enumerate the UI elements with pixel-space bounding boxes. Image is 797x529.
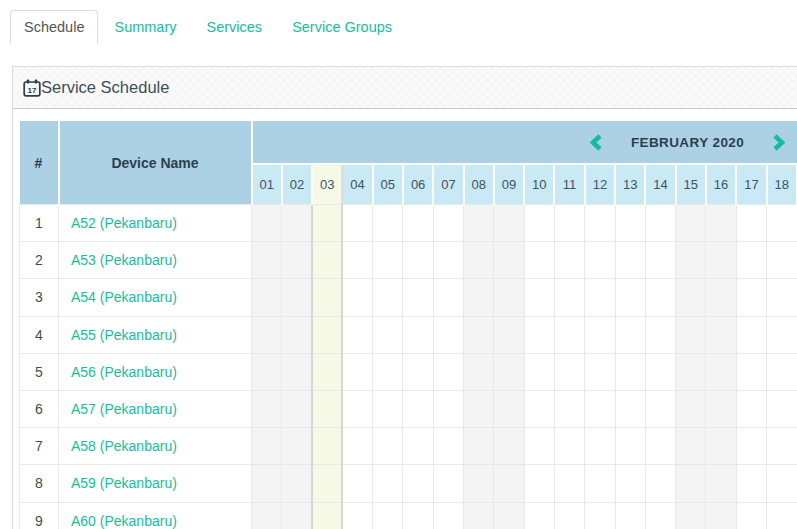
day-cell xyxy=(524,465,554,502)
day-cell xyxy=(494,502,524,529)
schedule-body: 1A52 (Pekanbaru)2A53 (Pekanbaru)3A54 (Pe… xyxy=(20,205,797,529)
service-schedule-panel: 17 Service Schedule # Device Name xyxy=(12,66,797,529)
row-index: 8 xyxy=(20,465,59,502)
day-cell xyxy=(342,428,372,465)
day-header-06: 06 xyxy=(403,164,433,205)
day-cell xyxy=(342,242,372,279)
day-cell xyxy=(252,428,282,465)
day-cell xyxy=(645,428,675,465)
day-cell xyxy=(494,353,524,390)
day-cell xyxy=(706,316,736,353)
day-cell xyxy=(403,390,433,427)
day-cell xyxy=(645,205,675,242)
day-header-02: 02 xyxy=(282,164,312,205)
day-cell xyxy=(252,465,282,502)
device-link[interactable]: A54 (Pekanbaru) xyxy=(71,289,177,305)
day-cell xyxy=(524,279,554,316)
table-row: 1A52 (Pekanbaru) xyxy=(20,205,797,242)
day-cell xyxy=(433,428,463,465)
day-cell xyxy=(615,205,645,242)
day-cell xyxy=(524,428,554,465)
device-link[interactable]: A60 (Pekanbaru) xyxy=(71,513,177,529)
day-header-16: 16 xyxy=(706,164,736,205)
device-link[interactable]: A52 (Pekanbaru) xyxy=(71,215,177,231)
day-cell xyxy=(373,502,403,529)
month-label: FEBRUARY 2020 xyxy=(604,135,772,150)
month-header-cell: FEBRUARY 2020 xyxy=(252,121,797,164)
day-cell xyxy=(676,316,706,353)
day-cell xyxy=(585,279,615,316)
device-link[interactable]: A53 (Pekanbaru) xyxy=(71,252,177,268)
day-cell xyxy=(373,353,403,390)
day-cell xyxy=(342,502,372,529)
day-cell xyxy=(767,316,797,353)
day-cell xyxy=(252,502,282,529)
chevron-left-icon xyxy=(589,134,602,151)
device-link[interactable]: A58 (Pekanbaru) xyxy=(71,438,177,454)
row-index: 3 xyxy=(20,279,59,316)
day-cell xyxy=(736,205,766,242)
prev-month-button[interactable] xyxy=(588,133,604,151)
day-cell xyxy=(282,205,312,242)
day-cell xyxy=(767,465,797,502)
device-cell: A58 (Pekanbaru) xyxy=(59,428,252,465)
device-link[interactable]: A59 (Pekanbaru) xyxy=(71,475,177,491)
day-cell xyxy=(706,205,736,242)
tab-service-groups[interactable]: Service Groups xyxy=(278,10,406,44)
day-cell xyxy=(464,502,494,529)
day-cell xyxy=(494,242,524,279)
next-month-button[interactable] xyxy=(772,133,788,151)
day-cell xyxy=(312,390,342,427)
day-header-04: 04 xyxy=(342,164,372,205)
day-cell xyxy=(312,353,342,390)
day-header-12: 12 xyxy=(585,164,615,205)
day-cell xyxy=(373,465,403,502)
day-cell xyxy=(676,205,706,242)
day-cell xyxy=(676,390,706,427)
day-cell xyxy=(342,205,372,242)
day-cell xyxy=(282,316,312,353)
day-cell xyxy=(615,502,645,529)
device-link[interactable]: A55 (Pekanbaru) xyxy=(71,327,177,343)
day-cell xyxy=(433,316,463,353)
day-cell xyxy=(524,353,554,390)
device-cell: A52 (Pekanbaru) xyxy=(59,205,252,242)
day-cell xyxy=(282,390,312,427)
day-cell xyxy=(403,279,433,316)
day-cell xyxy=(342,353,372,390)
day-cell xyxy=(373,428,403,465)
day-cell xyxy=(312,502,342,529)
tab-schedule[interactable]: Schedule xyxy=(10,10,98,44)
table-row: 3A54 (Pekanbaru) xyxy=(20,279,797,316)
service-schedule-table: # Device Name FEBRUARY 2020 xyxy=(19,121,797,529)
day-cell xyxy=(706,279,736,316)
index-column-header: # xyxy=(20,121,59,205)
day-cell xyxy=(736,428,766,465)
day-cell xyxy=(767,279,797,316)
day-cell xyxy=(464,428,494,465)
device-cell: A56 (Pekanbaru) xyxy=(59,353,252,390)
tab-services[interactable]: Services xyxy=(193,10,277,44)
tab-summary[interactable]: Summary xyxy=(100,10,190,44)
day-cell xyxy=(282,428,312,465)
day-cell xyxy=(524,205,554,242)
day-cell xyxy=(373,205,403,242)
day-header-11: 11 xyxy=(554,164,584,205)
device-link[interactable]: A56 (Pekanbaru) xyxy=(71,364,177,380)
device-link[interactable]: A57 (Pekanbaru) xyxy=(71,401,177,417)
day-cell xyxy=(282,353,312,390)
day-cell xyxy=(585,390,615,427)
day-header-18: 18 xyxy=(767,164,797,205)
day-cell xyxy=(585,353,615,390)
day-cell xyxy=(464,205,494,242)
day-cell xyxy=(645,390,675,427)
day-cell xyxy=(706,502,736,529)
day-cell xyxy=(585,316,615,353)
day-cell xyxy=(373,279,403,316)
day-cell xyxy=(554,242,584,279)
day-header-05: 05 xyxy=(373,164,403,205)
day-cell xyxy=(312,279,342,316)
day-cell xyxy=(736,465,766,502)
day-cell xyxy=(494,279,524,316)
chevron-right-icon xyxy=(773,134,786,151)
